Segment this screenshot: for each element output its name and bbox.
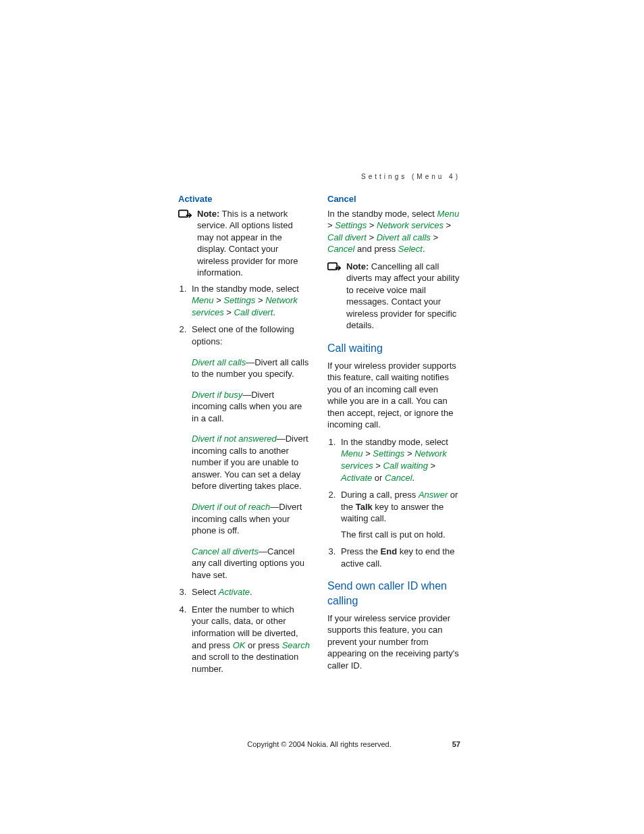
caller-id-body: If your wireless service provider suppor…	[327, 613, 460, 672]
note-text: Note: Cancelling all call diverts may af…	[346, 261, 460, 332]
menu-path: Search	[282, 640, 310, 650]
menu-path: Activate	[341, 473, 372, 483]
option-divert-all: Divert all calls—Divert all calls to the…	[192, 357, 311, 380]
menu-path: Cancel	[327, 244, 354, 254]
two-column-layout: Activate Note: This is a network service…	[178, 193, 460, 680]
menu-path: Menu	[192, 295, 214, 305]
text: In the standby mode, select	[341, 437, 448, 447]
call-waiting-intro: If your wireless provider supports this …	[327, 360, 460, 431]
menu-path: Settings	[373, 448, 404, 459]
step-4: Enter the number to which your calls, da…	[189, 604, 311, 675]
sep: >	[367, 220, 377, 230]
note-icon	[178, 208, 192, 279]
sep: >	[327, 220, 335, 230]
menu-path: Cancel	[385, 473, 412, 483]
text: .	[250, 587, 252, 597]
sep: >	[224, 307, 234, 317]
svg-rect-1	[328, 263, 337, 269]
manual-page: Settings (Menu 4) Activate Note: This is…	[0, 0, 644, 834]
text: .	[412, 473, 415, 483]
text: Press the	[341, 546, 381, 556]
cw-step-1: In the standby mode, select Menu > Setti…	[338, 436, 460, 484]
option-cancel-all: Cancel all diverts—Cancel any call diver…	[192, 546, 311, 581]
text: and scroll to the destination number.	[192, 652, 298, 674]
right-column: Cancel In the standby mode, select Menu …	[327, 193, 460, 680]
heading-caller-id: Send own caller ID when calling	[327, 579, 460, 608]
key-name: Talk	[356, 502, 373, 512]
note-icon	[327, 261, 341, 332]
text: .	[423, 244, 425, 254]
sep: >	[255, 295, 265, 305]
cancel-body: In the standby mode, select Menu > Setti…	[327, 208, 460, 255]
text: In the standby mode, select	[327, 209, 437, 219]
sep: >	[404, 448, 414, 459]
menu-path: OK	[233, 640, 246, 650]
text: Select	[192, 587, 219, 597]
menu-path: Select	[398, 244, 423, 254]
menu-path: Call divert	[234, 307, 273, 317]
heading-activate: Activate	[178, 193, 311, 205]
note-block: Note: Cancelling all call diverts may af…	[327, 261, 460, 332]
sep: >	[373, 461, 383, 471]
left-column: Activate Note: This is a network service…	[178, 193, 311, 680]
note-label: Note:	[346, 261, 369, 271]
page-number: 57	[452, 739, 460, 750]
option-term: Divert if out of reach	[192, 502, 270, 512]
note-block: Note: This is a network service. All opt…	[178, 208, 311, 279]
option-term: Cancel all diverts	[192, 546, 259, 556]
page-footer: Copyright © 2004 Nokia. All rights reser…	[178, 739, 460, 750]
text: .	[273, 307, 275, 317]
note-label: Note:	[197, 209, 219, 219]
text: In the standby mode, select	[192, 284, 299, 294]
option-divert-outofreach: Divert if out of reach—Divert incoming c…	[192, 501, 311, 537]
option-term: Divert all calls	[192, 357, 246, 367]
menu-path: Menu	[341, 448, 363, 459]
text: and press	[354, 244, 398, 254]
copyright-text: Copyright © 2004 Nokia. All rights reser…	[178, 739, 460, 750]
menu-path: Activate	[219, 587, 250, 597]
step-1: In the standby mode, select Menu > Setti…	[189, 283, 311, 319]
menu-path: Answer	[419, 490, 448, 500]
step-2: Select one of the following options:	[189, 323, 311, 347]
page-header: Settings (Menu 4)	[361, 172, 460, 182]
text: or press	[246, 640, 282, 650]
sep: >	[367, 232, 377, 242]
cw-step-2-note: The first call is put on hold.	[341, 529, 460, 541]
step-3: Select Activate.	[189, 586, 311, 598]
sep: >	[214, 295, 224, 305]
menu-path: Divert all calls	[377, 232, 431, 242]
svg-rect-0	[179, 210, 188, 217]
menu-path: Call divert	[327, 232, 367, 242]
menu-path: Menu	[437, 209, 460, 219]
option-divert-noanswer: Divert if not answered—Divert incoming c…	[192, 433, 311, 492]
menu-path: Settings	[335, 220, 367, 230]
text: During a call, press	[341, 490, 419, 500]
text: Select one of the following options:	[192, 324, 294, 346]
cw-step-2: During a call, press Answer or the Talk …	[338, 489, 460, 540]
key-name: End	[381, 546, 398, 556]
note-text: Note: This is a network service. All opt…	[197, 208, 311, 279]
menu-path: Network services	[377, 220, 444, 230]
menu-path: Call waiting	[383, 461, 428, 471]
text: or	[372, 473, 385, 483]
cw-step-3: Press the End key to end the active call…	[338, 546, 460, 569]
sep: >	[444, 220, 451, 230]
sep: >	[363, 448, 373, 459]
heading-cancel: Cancel	[327, 193, 460, 205]
activate-steps-cont: Select Activate. Enter the number to whi…	[178, 586, 311, 675]
sep: >	[428, 461, 435, 471]
heading-call-waiting: Call waiting	[327, 341, 460, 356]
call-waiting-steps: In the standby mode, select Menu > Setti…	[327, 436, 460, 569]
option-term: Divert if not answered	[192, 434, 277, 444]
note-body: Cancelling all call diverts may affect y…	[346, 261, 459, 331]
option-term: Divert if busy	[192, 390, 242, 400]
menu-path: Settings	[223, 295, 255, 305]
sep: >	[431, 232, 438, 242]
option-divert-busy: Divert if busy—Divert incoming calls whe…	[192, 389, 311, 425]
activate-steps: In the standby mode, select Menu > Setti…	[178, 283, 311, 348]
